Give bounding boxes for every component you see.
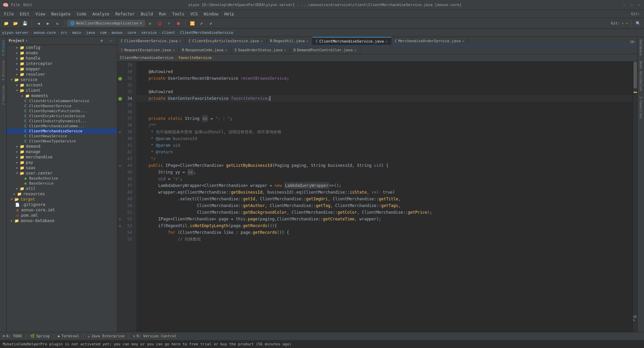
tree-item-clientency[interactable]: C ClientEncyArticlesService bbox=[7, 114, 117, 119]
tree-item-clientbanner[interactable]: C ClientBannerService bbox=[7, 103, 117, 109]
tab-close-clientmerch[interactable]: ✕ bbox=[385, 40, 388, 43]
panel-favorites[interactable]: 2-Favorites bbox=[1, 83, 5, 107]
tree-item-account[interactable]: ▶ 📁 account bbox=[7, 82, 117, 88]
tree-item-baseauthorize[interactable]: ● BaseAuthorize bbox=[7, 176, 117, 181]
panel-bean-validation[interactable]: Bean Validation bbox=[639, 58, 643, 94]
tab2-close-demandpost[interactable]: ✕ bbox=[354, 48, 357, 52]
tree-item-service[interactable]: ▼ 📂 service bbox=[7, 77, 117, 82]
tree-item-usercenter[interactable]: ▼ 📂 user.center bbox=[7, 170, 117, 176]
toolbar-git3[interactable]: ✔ bbox=[207, 19, 215, 27]
menu-analyze[interactable]: Analyze bbox=[90, 11, 112, 17]
project-settings[interactable]: ⚙ bbox=[98, 37, 106, 45]
menu-navigate[interactable]: Navigate bbox=[49, 11, 73, 17]
tree-item-clientdynamic[interactable]: C ClientDynamicFunctionSe... bbox=[7, 109, 117, 114]
nav-com[interactable]: com bbox=[100, 30, 107, 35]
tree-item-config[interactable]: ▶ 📁 config bbox=[7, 45, 117, 50]
tree-item-interceptor[interactable]: ▶ 📁 interceptor bbox=[7, 61, 117, 66]
maximize-button[interactable]: ❐ bbox=[629, 3, 634, 7]
menu-window[interactable]: Window bbox=[201, 11, 221, 17]
menu-tools[interactable]: Tools bbox=[170, 11, 187, 17]
nav-aonuo[interactable]: aonuo bbox=[111, 30, 122, 35]
tab-clientency[interactable]: C ClientEncyArticlesService.java ✕ bbox=[185, 37, 267, 45]
nav-main[interactable]: main bbox=[72, 30, 81, 35]
tool-version-control[interactable]: ↕ 9: Version Control bbox=[133, 334, 176, 338]
tree-item-saas[interactable]: ▶ 📁 saas bbox=[7, 165, 117, 170]
git-checkmark1[interactable]: ✔ bbox=[622, 21, 624, 25]
toolbar-save[interactable]: 💾 bbox=[21, 19, 29, 27]
panel-database[interactable]: Database bbox=[639, 37, 643, 58]
tab-merch-order[interactable]: C MerchandiseOrderService.java ✕ bbox=[391, 37, 468, 45]
breadcrumb-method[interactable]: favoriteService bbox=[178, 56, 212, 60]
toolbar-back[interactable]: ◀ bbox=[35, 19, 43, 27]
minimize-button[interactable]: — bbox=[622, 3, 627, 7]
tree-item-pom[interactable]: ⚙ pom.xml bbox=[7, 213, 117, 218]
tree-item-merchandise[interactable]: ▶ 📁 merchandise bbox=[7, 154, 117, 160]
tree-item-aonuoiml[interactable]: ⚙ aonuo-core.iml bbox=[7, 207, 117, 213]
toolbar-forward[interactable]: ▶ bbox=[44, 19, 52, 27]
nav-project[interactable]: yiyun-server bbox=[2, 30, 29, 35]
toolbar-profile[interactable]: ⚡ bbox=[165, 19, 173, 27]
menu-file[interactable]: File bbox=[1, 11, 16, 17]
toolbar-run[interactable]: ▶ bbox=[146, 19, 154, 27]
tree-item-target[interactable]: ▼ 📂 target bbox=[7, 197, 117, 202]
tab-regexutil[interactable]: R RegexUtil.java ✕ bbox=[267, 37, 312, 45]
toolbar-stop[interactable]: ⏹ bbox=[174, 19, 182, 27]
tab2-requestex[interactable]: E RequestException.java ✕ bbox=[117, 46, 179, 54]
panel-structure[interactable]: Z-Structure bbox=[1, 59, 5, 83]
tab2-demandpost[interactable]: D DemandPostController.java ✕ bbox=[290, 46, 360, 54]
tree-item-manage[interactable]: ▶ 📁 manage bbox=[7, 149, 117, 154]
tree-item-enums[interactable]: ▶ 📁 enums bbox=[7, 50, 117, 56]
tab-clientbanner[interactable]: C ClientBannerService.java ✕ bbox=[117, 37, 185, 45]
tree-item-pay[interactable]: ▶ 📁 pay bbox=[7, 160, 117, 165]
menu-help[interactable]: Help bbox=[222, 11, 237, 17]
tree-item-demand[interactable]: ▶ 📁 demand bbox=[7, 144, 117, 149]
tab-close-merch-order[interactable]: ✕ bbox=[462, 39, 465, 43]
nav-src[interactable]: src bbox=[61, 30, 67, 35]
tree-item-clientindustry[interactable]: C ClientIndustryDynamicsS... bbox=[7, 119, 117, 124]
panel-project[interactable]: 1-Project bbox=[1, 38, 5, 58]
toolbar-new-project[interactable]: 📁 bbox=[2, 19, 10, 27]
tool-spring[interactable]: 🌿 Spring bbox=[30, 334, 50, 338]
nav-client[interactable]: client bbox=[162, 30, 175, 35]
git-checkmark2[interactable]: ✔ bbox=[626, 21, 628, 25]
tree-item-clientarticle[interactable]: C ClientArticleCommentService bbox=[7, 98, 117, 103]
tab-overflow[interactable]: ≫ bbox=[628, 39, 637, 45]
nav-class[interactable]: ClientMerchandiseService bbox=[180, 30, 233, 35]
tool-todo[interactable]: ≡ 6: TODO bbox=[3, 334, 22, 338]
tree-item-mapper[interactable]: ▶ 📁 mapper bbox=[7, 66, 117, 72]
menu-build[interactable]: Build bbox=[138, 11, 156, 17]
tree-item-clientmerch[interactable]: C ClientMerchandiseService bbox=[7, 129, 117, 134]
tree-item-util[interactable]: ▶ 📁 util bbox=[7, 186, 117, 191]
tree-item-resources[interactable]: ▶ 📁 resources bbox=[7, 191, 117, 197]
toolbar-refresh[interactable]: ↻ bbox=[53, 19, 61, 27]
tree-item-clientnews[interactable]: C ClientNewsService bbox=[7, 134, 117, 139]
tool-terminal[interactable]: ▶ Terminal bbox=[58, 334, 79, 338]
toolbar-search[interactable]: 🔍 bbox=[634, 19, 642, 27]
tool-java-enterprise[interactable]: ☕ Java Enterprise bbox=[88, 334, 124, 338]
menu-refactor[interactable]: Refactor bbox=[113, 11, 138, 17]
panel-2-favorites[interactable]: 2-Favorites bbox=[639, 94, 643, 121]
nav-java[interactable]: java bbox=[86, 30, 95, 35]
menu-file-title[interactable]: File bbox=[11, 3, 20, 7]
close-button[interactable]: ✕ bbox=[637, 3, 641, 7]
menu-vcs[interactable]: VCS bbox=[188, 11, 201, 17]
tree-item-gitignore[interactable]: 📄 .gitignore bbox=[7, 202, 117, 207]
tab-close-clientbanner[interactable]: ✕ bbox=[179, 39, 182, 43]
tree-item-resolver[interactable]: ▶ 📁 resolver bbox=[7, 72, 117, 77]
tab-clientmerch[interactable]: C ClientMerchandiseService.java ✕ bbox=[312, 37, 391, 45]
tree-item-clientmerchcomment[interactable]: C ClientMerchandiseComme... bbox=[7, 124, 117, 129]
project-collapse[interactable]: — bbox=[107, 37, 115, 45]
tab-close-regexutil[interactable]: ✕ bbox=[306, 39, 309, 43]
tab2-close-responsecode[interactable]: ✕ bbox=[225, 48, 227, 52]
nav-core[interactable]: core bbox=[127, 30, 137, 35]
toolbar-git2[interactable]: ✔ bbox=[198, 19, 206, 27]
tree-item-clientnewstype[interactable]: C ClientNewsTypeService bbox=[7, 139, 117, 144]
menu-view[interactable]: View bbox=[33, 11, 48, 17]
toolbar-open[interactable]: 📂 bbox=[11, 19, 19, 27]
tab2-close-saasorder[interactable]: ✕ bbox=[284, 48, 286, 52]
code-area[interactable]: @Autowired private UserCenterRecentBrows… bbox=[136, 62, 633, 332]
menu-edit[interactable]: Edit bbox=[17, 11, 32, 17]
tab-close-clientency[interactable]: ✕ bbox=[260, 39, 263, 43]
scroll-thumb[interactable] bbox=[634, 62, 637, 88]
tree-item-moments[interactable]: ▶ 📁 moments bbox=[7, 93, 117, 98]
